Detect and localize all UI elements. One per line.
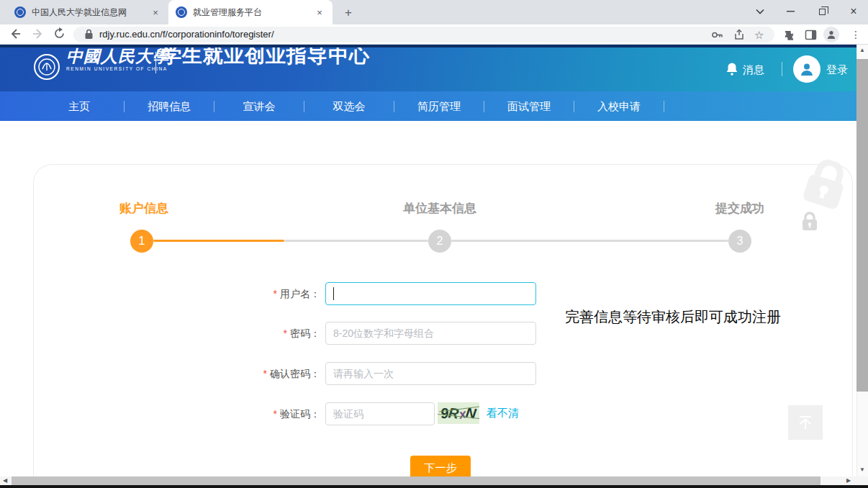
browser-window: 中国人民大学就业信息网 × 就业管理服务平台 × + × rdjy.ruc.ed… xyxy=(0,0,868,488)
password-input[interactable] xyxy=(325,322,536,345)
header-divider xyxy=(155,52,156,73)
nav-divider xyxy=(124,101,125,112)
tab-title: 中国人民大学就业信息网 xyxy=(32,6,144,19)
scroll-up-arrow-icon[interactable]: ▲ xyxy=(859,48,865,53)
new-tab-button[interactable]: + xyxy=(340,4,357,22)
username-input[interactable] xyxy=(325,282,536,305)
forward-button[interactable] xyxy=(32,27,46,42)
step1-circle: 1 xyxy=(130,230,153,253)
decorative-lock-small-icon xyxy=(800,212,819,235)
stepper-connector xyxy=(451,240,728,242)
window-restore-button[interactable] xyxy=(808,0,836,23)
scroll-down-arrow-icon[interactable]: ▼ xyxy=(859,467,865,473)
horizontal-scrollbar-thumb[interactable] xyxy=(12,476,820,485)
scroll-left-arrow-icon[interactable]: ◀ xyxy=(3,478,7,484)
nav-divider xyxy=(664,101,664,112)
required-mark: * xyxy=(284,327,287,339)
nav-divider xyxy=(394,101,394,112)
nav-divider xyxy=(304,101,304,112)
registration-hint-text: 完善信息等待审核后即可成功注册 xyxy=(565,307,781,327)
refresh-button[interactable] xyxy=(53,27,68,42)
extensions-puzzle-icon[interactable] xyxy=(782,27,796,42)
nav-divider xyxy=(214,101,214,112)
step1-label: 账户信息 xyxy=(119,200,168,217)
login-link[interactable]: 登录 xyxy=(826,63,848,77)
window-bottom-edge xyxy=(0,485,868,488)
confirm-password-label: *确认密码： xyxy=(209,362,320,385)
tab-search-chevron-icon[interactable] xyxy=(746,0,774,23)
nav-item-info-sessions[interactable]: 宣讲会 xyxy=(243,91,276,121)
bookmark-star-icon[interactable]: ☆ xyxy=(754,29,767,41)
university-name-en: RENMIN UNIVERSITY OF CHINA xyxy=(66,66,168,71)
https-lock-icon[interactable] xyxy=(84,29,96,41)
main-nav: 主页 招聘信息 宣讲会 双选会 简历管理 面试管理 入校申请 xyxy=(0,91,856,121)
url-text[interactable]: rdjy.ruc.edu.cn/f/corporationinfo/toregi… xyxy=(99,27,274,42)
university-name-cn: 中國人民大學 xyxy=(66,48,170,68)
ruc-favicon-icon xyxy=(176,6,187,18)
window-close-button[interactable]: × xyxy=(839,0,868,23)
nav-item-job-fairs[interactable]: 双选会 xyxy=(333,91,366,121)
tab-ruc-job-site[interactable]: 中国人民大学就业信息网 × xyxy=(7,0,168,24)
step2-label: 单位基本信息 xyxy=(403,200,476,217)
window-minimize-button[interactable] xyxy=(776,0,805,23)
next-step-button[interactable]: 下一步 xyxy=(410,456,471,476)
ruc-favicon-icon xyxy=(14,6,26,18)
scroll-to-top-button[interactable] xyxy=(788,405,823,440)
site-title: 学生就业创业指导中心 xyxy=(161,48,370,69)
tab-close-icon[interactable]: × xyxy=(314,7,325,18)
back-button[interactable] xyxy=(9,27,23,42)
stepper-connector xyxy=(284,240,428,242)
step2-circle: 2 xyxy=(428,230,451,253)
stepper-connector xyxy=(153,240,284,242)
captcha-input[interactable] xyxy=(325,402,435,425)
ruc-seal-logo-icon[interactable] xyxy=(33,53,60,81)
confirm-password-input[interactable] xyxy=(325,362,536,385)
step3-circle: 3 xyxy=(728,230,751,253)
nav-item-jobs[interactable]: 招聘信息 xyxy=(148,91,191,121)
tab-title: 就业管理服务平台 xyxy=(193,6,308,19)
user-avatar-icon[interactable] xyxy=(793,55,820,83)
nav-item-resume[interactable]: 简历管理 xyxy=(417,91,461,121)
scrollbar-corner xyxy=(856,476,868,485)
nav-divider xyxy=(574,101,574,112)
bell-icon[interactable] xyxy=(725,62,738,76)
required-mark: * xyxy=(273,288,277,299)
share-icon[interactable] xyxy=(733,29,745,41)
captcha-refresh-link[interactable]: 看不清 xyxy=(487,407,519,420)
nav-item-interviews[interactable]: 面试管理 xyxy=(507,91,551,121)
restore-icon xyxy=(819,9,826,15)
password-label: *密码： xyxy=(209,322,320,345)
vertical-scrollbar-thumb[interactable] xyxy=(856,59,868,392)
nav-divider xyxy=(484,101,484,112)
captcha-image[interactable]: 9RxN xyxy=(438,402,479,424)
nav-item-home[interactable]: 主页 xyxy=(68,91,90,121)
captcha-label: *验证码： xyxy=(209,402,320,425)
page-viewport: 中國人民大學 RENMIN UNIVERSITY OF CHINA 学生就业创业… xyxy=(0,45,856,476)
messages-link[interactable]: 消息 xyxy=(743,63,764,77)
tab-service-platform[interactable]: 就业管理服务平台 × xyxy=(168,0,333,24)
scroll-right-arrow-icon[interactable]: ▶ xyxy=(846,478,851,484)
step3-label: 提交成功 xyxy=(715,200,764,217)
header-separator xyxy=(782,62,782,76)
required-mark: * xyxy=(273,408,277,420)
username-label: *用户名： xyxy=(209,282,320,305)
required-mark: * xyxy=(263,368,267,379)
text-caret xyxy=(333,287,334,300)
tab-close-icon[interactable]: × xyxy=(150,7,161,18)
nav-item-campus-entry[interactable]: 入校申请 xyxy=(597,91,641,121)
tab-strip: 中国人民大学就业信息网 × 就业管理服务平台 × + × xyxy=(0,0,868,24)
browser-menu-icon[interactable]: ⋮ xyxy=(851,27,861,42)
site-header: 中國人民大學 RENMIN UNIVERSITY OF CHINA 学生就业创业… xyxy=(0,48,856,91)
profile-avatar-icon[interactable] xyxy=(823,27,839,42)
password-key-icon[interactable] xyxy=(711,29,723,41)
side-panel-icon[interactable] xyxy=(803,27,818,42)
